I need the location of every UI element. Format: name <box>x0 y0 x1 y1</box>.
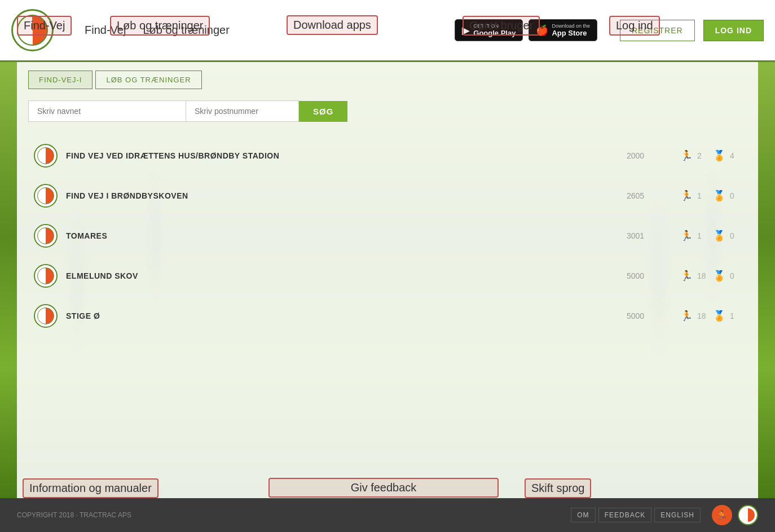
venue-name: ELMELUND SKOV <box>66 271 618 280</box>
footer-icons: 🏃 <box>712 505 758 525</box>
store-buttons: ▶ GET IT ON Google Play 🍎 Download on th… <box>455 19 597 41</box>
routes-count: 2 <box>697 151 708 160</box>
venue-stats: 🏃 2 🏅 4 <box>680 150 741 162</box>
venue-icon-inner <box>37 307 54 324</box>
runs-icon: 🏅 <box>713 230 725 242</box>
tab-find-vej[interactable]: FIND-VEJ-I <box>28 71 93 89</box>
runs-count: 4 <box>730 151 741 160</box>
venue-row[interactable]: TOMARES 3001 🏃 1 🏅 0 <box>28 216 747 256</box>
venue-name: STIGE Ø <box>66 311 618 320</box>
search-postal-input[interactable] <box>186 100 299 122</box>
app-store-button[interactable]: 🍎 Download on the App Store <box>529 19 597 41</box>
runs-count: 0 <box>730 271 741 280</box>
tab-lob-traeninger[interactable]: LØB OG TRÆNINGER <box>95 71 201 89</box>
routes-count: 1 <box>697 191 708 200</box>
footer-english-link[interactable]: ENGLISH <box>654 508 701 522</box>
venue-name: FIND VEJ VED IDRÆTTENS HUS/BRØNDBY STADI… <box>66 151 618 160</box>
routes-icon: 🏃 <box>680 190 693 202</box>
download-apps-area: ▶ GET IT ON Google Play 🍎 Download on th… <box>455 19 597 41</box>
login-button[interactable]: LOG IND <box>703 20 764 41</box>
routes-icon: 🏃 <box>680 310 693 322</box>
runs-icon: 🏅 <box>713 190 725 202</box>
app-store-text: Download on the App Store <box>552 23 590 37</box>
venue-name: FIND VEJ I BRØNDBYSKOVEN <box>66 191 618 200</box>
search-name-input[interactable] <box>28 100 186 122</box>
logo-area <box>11 9 79 51</box>
venue-icon <box>34 144 58 168</box>
routes-count: 18 <box>697 271 708 280</box>
venue-icon <box>34 224 58 248</box>
routes-icon: 🏃 <box>680 230 693 242</box>
runs-icon: 🏅 <box>713 150 725 162</box>
venue-icon-inner <box>37 267 54 284</box>
search-button[interactable]: SØG <box>299 101 347 122</box>
routes-icon: 🏃 <box>680 150 693 162</box>
runs-count: 0 <box>730 191 741 200</box>
venue-name: TOMARES <box>66 231 618 240</box>
nav-find-vej[interactable]: Find-Vej <box>79 21 131 39</box>
runs-icon: 🏅 <box>713 270 725 282</box>
apple-icon: 🍎 <box>536 24 548 37</box>
copyright-text: COPYRIGHT 2018 · TRACTRAC APS <box>17 511 571 519</box>
footer-links: OM FEEDBACK ENGLISH <box>571 508 701 522</box>
routes-icon: 🏃 <box>680 270 693 282</box>
venue-row[interactable]: ELMELUND SKOV 5000 🏃 18 🏅 0 <box>28 256 747 296</box>
footer-om-link[interactable]: OM <box>571 508 595 522</box>
google-play-text: GET IT ON Google Play <box>473 23 516 37</box>
venue-stats: 🏃 18 🏅 1 <box>680 310 741 322</box>
venue-postal: 2605 <box>627 191 672 200</box>
sub-nav: FIND-VEJ-I LØB OG TRÆNINGER <box>17 62 758 89</box>
main-content: FIND-VEJ-I LØB OG TRÆNINGER SØG FIND VEJ… <box>0 62 775 498</box>
logo <box>11 9 54 51</box>
footer-venue-inner-icon <box>741 508 755 522</box>
nav-lob-traeninger[interactable]: Løb og træninger <box>137 21 235 39</box>
venue-stats: 🏃 1 🏅 0 <box>680 230 741 242</box>
venue-icon-inner <box>37 227 54 244</box>
footer-feedback-link[interactable]: FEEDBACK <box>598 508 652 522</box>
main-nav: Find-Vej Løb og træninger <box>79 21 432 39</box>
venue-postal: 5000 <box>627 311 672 320</box>
venue-stats: 🏃 18 🏅 0 <box>680 270 741 282</box>
routes-count: 18 <box>697 311 708 320</box>
footer-venue-icon <box>738 505 758 525</box>
venue-list: FIND VEJ VED IDRÆTTENS HUS/BRØNDBY STADI… <box>17 130 758 342</box>
venue-postal: 2000 <box>627 151 672 160</box>
auth-buttons: REGISTRER LOG IND <box>620 20 764 41</box>
venue-postal: 5000 <box>627 271 672 280</box>
venue-row[interactable]: STIGE Ø 5000 🏃 18 🏅 1 <box>28 296 747 336</box>
search-bar: SØG <box>17 89 758 130</box>
venue-icon <box>34 264 58 288</box>
header: Find-Vej Løb og træninger ▶ GET IT ON Go… <box>0 0 775 62</box>
venue-stats: 🏃 1 🏅 0 <box>680 190 741 202</box>
runs-icon: 🏅 <box>713 310 725 322</box>
content-panel: FIND-VEJ-I LØB OG TRÆNINGER SØG FIND VEJ… <box>17 62 758 498</box>
runs-count: 0 <box>730 231 741 240</box>
venue-icon <box>34 304 58 328</box>
venue-row[interactable]: FIND VEJ I BRØNDBYSKOVEN 2605 🏃 1 🏅 0 <box>28 176 747 216</box>
venue-icon-inner <box>37 187 54 204</box>
footer-user-avatar: 🏃 <box>712 505 732 525</box>
venue-row[interactable]: FIND VEJ VED IDRÆTTENS HUS/BRØNDBY STADI… <box>28 136 747 176</box>
register-button[interactable]: REGISTRER <box>620 20 695 41</box>
google-play-icon: ▶ <box>462 24 470 37</box>
logo-icon <box>17 15 48 46</box>
venue-icon-inner <box>37 147 54 164</box>
google-play-button[interactable]: ▶ GET IT ON Google Play <box>455 19 523 41</box>
runs-count: 1 <box>730 311 741 320</box>
footer: COPYRIGHT 2018 · TRACTRAC APS OM FEEDBAC… <box>0 498 775 532</box>
venue-icon <box>34 184 58 208</box>
routes-count: 1 <box>697 231 708 240</box>
venue-postal: 3001 <box>627 231 672 240</box>
